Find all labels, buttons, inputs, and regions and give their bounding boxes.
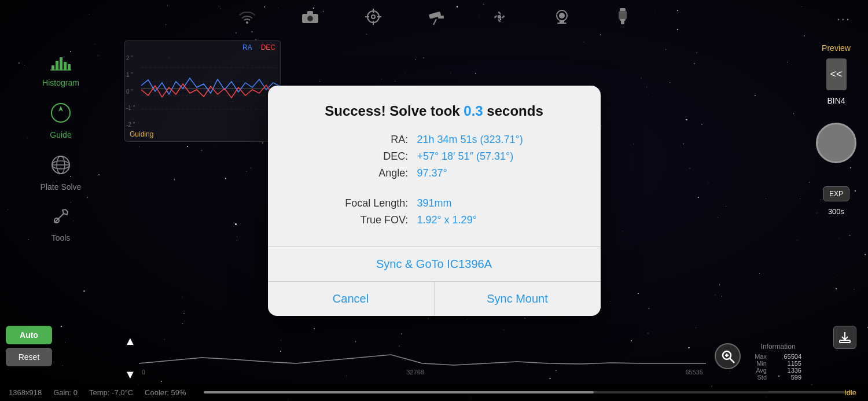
ra-value: 21h 34m 51s (323.71°)	[417, 134, 577, 146]
modal-title-time: 0.3	[464, 103, 483, 119]
modal-body: Success! Solve took 0.3 seconds RA: 21h …	[268, 86, 601, 247]
dec-key: DEC:	[291, 150, 409, 163]
modal-overlay: Success! Solve took 0.3 seconds RA: 21h …	[0, 0, 868, 401]
ra-key: RA:	[291, 134, 409, 146]
dec-value: +57° 18′ 51″ (57.31°)	[417, 150, 577, 163]
fov-value: 1.92° x 1.29°	[417, 214, 577, 226]
angle-value: 97.37°	[417, 167, 577, 179]
focal-value: 391mm	[417, 197, 577, 209]
angle-key: Angle:	[291, 167, 409, 179]
modal-title-suffix: seconds	[483, 103, 543, 119]
plate-solve-modal: Success! Solve took 0.3 seconds RA: 21h …	[268, 86, 601, 316]
modal-data-grid: RA: 21h 34m 51s (323.71°) DEC: +57° 18′ …	[291, 134, 578, 226]
cancel-button[interactable]: Cancel	[268, 282, 435, 316]
focal-key: Focal Length:	[291, 197, 409, 209]
modal-bottom-buttons: Cancel Sync Mount	[268, 281, 601, 316]
fov-key: True FOV:	[291, 214, 409, 226]
modal-title-prefix: Success! Solve took	[325, 103, 464, 119]
sync-mount-button[interactable]: Sync Mount	[435, 282, 601, 316]
modal-title: Success! Solve took 0.3 seconds	[291, 103, 578, 119]
sync-goto-button[interactable]: Sync & GoTo IC1396A	[268, 247, 601, 281]
